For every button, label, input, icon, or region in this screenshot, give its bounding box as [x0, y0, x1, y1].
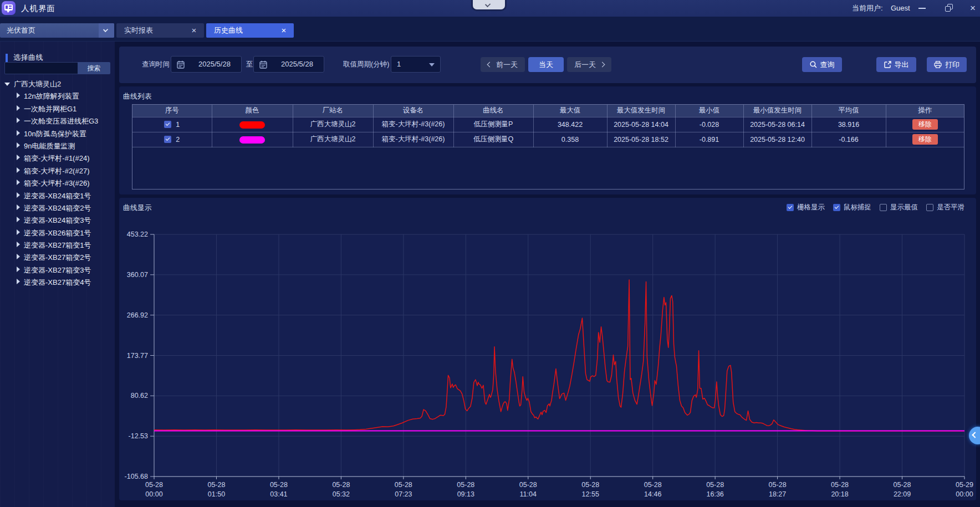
period-value: 1 [397, 57, 401, 72]
tree-collapsed-icon[interactable] [17, 204, 20, 210]
tab-pv-home[interactable]: 光伏首页 [0, 23, 114, 38]
close-button[interactable]: × [964, 0, 980, 17]
tree-item[interactable]: 12n故障解列装置 [0, 90, 115, 103]
tree-collapsed-icon[interactable] [17, 117, 20, 123]
tree-collapsed-icon[interactable] [17, 217, 20, 222]
tree-item[interactable]: 10n防孤岛保护装置 [0, 128, 115, 140]
tree-collapsed-icon[interactable] [17, 130, 20, 136]
tree-collapsed-icon[interactable] [17, 192, 20, 198]
export-button[interactable]: 导出 [876, 57, 916, 72]
tree-item[interactable]: 逆变器-XB27箱变3号 [0, 264, 115, 276]
y-tick-label: -12.53 [129, 432, 148, 440]
row-checkbox-checked[interactable] [164, 136, 171, 143]
app-logo-icon [2, 1, 16, 15]
x-tick-time: 05:32 [333, 490, 350, 498]
table-row: 1广西大塘灵山2箱变-大坪村-#3(#26)低压侧测量P348.4222025-… [132, 117, 964, 132]
row-checkbox-checked[interactable] [164, 121, 171, 128]
table-row: 2广西大塘灵山2箱变-大坪村-#3(#26)低压侧测量Q0.3582025-05… [132, 132, 964, 147]
column-header: 操作 [886, 105, 964, 117]
tree-item[interactable]: 逆变器-XB27箱变2号 [0, 252, 115, 264]
tab-realtime-report[interactable]: 实时报表 × [116, 23, 204, 38]
column-header: 曲线名 [453, 105, 533, 117]
tree-item[interactable]: 逆变器-XB27箱变1号 [0, 239, 115, 252]
column-header: 设备名 [373, 105, 453, 117]
curve-color-pill[interactable] [239, 121, 265, 129]
tree-item[interactable]: 箱变-大坪村-#3(#26) [0, 177, 115, 190]
tab-history-curve[interactable]: 历史曲线 × [206, 23, 294, 38]
tree-item[interactable]: 箱变-大坪村-#1(#24) [0, 152, 115, 165]
today-button[interactable]: 当天 [528, 57, 564, 72]
date-from-input[interactable]: 2025/5/28 [171, 56, 242, 73]
cell-color [212, 117, 293, 132]
tree-item[interactable]: 逆变器-XB24箱变1号 [0, 190, 115, 202]
tree-collapsed-icon[interactable] [17, 167, 20, 173]
tree-item[interactable]: 9n电能质量监测 [0, 140, 115, 152]
date-to-input[interactable]: 2025/5/28 [253, 56, 324, 73]
query-panel: 查询时间 2025/5/28 至 2025/5/28 取值周期(分钟) 1 前 [119, 47, 976, 83]
top-pulldown-handle[interactable] [473, 0, 505, 9]
chevron-left-icon [487, 62, 493, 68]
date-to-label: 至 [246, 56, 253, 73]
cell-device: 箱变-大坪村-#3(#26) [373, 132, 453, 147]
cell-actions: 移除 [886, 117, 964, 132]
search-input[interactable] [4, 62, 78, 74]
current-user: 当前用户: Guest [852, 0, 883, 17]
row-index: 1 [176, 121, 180, 129]
cell-index: 2 [132, 132, 212, 147]
x-tick-date: 05-28 [332, 481, 350, 489]
x-tick-date: 05-28 [270, 481, 288, 489]
query-time-label: 查询时间 [142, 56, 170, 73]
tree-item[interactable]: 一次舱并网柜G1 [0, 103, 115, 115]
calendar-icon [177, 60, 185, 69]
remove-button[interactable]: 移除 [912, 134, 938, 145]
print-button[interactable]: 打印 [927, 57, 967, 72]
x-tick-date: 05-28 [894, 481, 911, 489]
tree-item[interactable]: 广西大塘灵山2 [0, 78, 115, 90]
tree-item[interactable]: 逆变器-XB24箱变2号 [0, 202, 115, 214]
chevron-down-icon [103, 27, 108, 32]
tree-collapsed-icon[interactable] [17, 93, 20, 98]
tree-item[interactable]: 箱变-大坪村-#2(#27) [0, 165, 115, 177]
curve-chart[interactable]: 453.22360.07266.92173.7780.62-12.53-105.… [119, 198, 976, 500]
tab-close-icon[interactable]: × [278, 23, 289, 38]
column-header: 最小值 [675, 105, 743, 117]
x-tick-date: 05-28 [395, 481, 412, 489]
tree-collapsed-icon[interactable] [17, 155, 20, 160]
cell-min-time: 2025-05-28 12:40 [743, 132, 811, 147]
tree-item[interactable]: 逆变器-XB24箱变3号 [0, 214, 115, 227]
tree-collapsed-icon[interactable] [17, 254, 20, 259]
tree-item[interactable]: 逆变器-XB27箱变4号 [0, 276, 115, 289]
period-select[interactable]: 1 [391, 56, 441, 73]
tree-collapsed-icon[interactable] [17, 267, 20, 272]
tree-item[interactable]: 一次舱变压器进线柜G3 [0, 115, 115, 127]
x-tick-time: 20:18 [831, 490, 848, 498]
remove-button[interactable]: 移除 [912, 119, 938, 130]
curve-table-header: 序号颜色厂站名设备名曲线名最大值最大值发生时间最小值最小值发生时间平均值操作 [132, 105, 964, 117]
x-tick-time: 00:00 [956, 490, 973, 498]
x-tick-time: 18:27 [769, 490, 786, 498]
prev-day-button[interactable]: 前一天 [481, 57, 525, 72]
tab-realtime-report-label: 实时报表 [124, 23, 153, 38]
tree-item-label: 广西大塘灵山2 [14, 80, 61, 88]
tree-collapsed-icon[interactable] [17, 105, 20, 111]
tree-collapsed-icon[interactable] [17, 180, 20, 185]
tree-expanded-icon[interactable] [4, 83, 10, 86]
tree-collapsed-icon[interactable] [17, 142, 20, 148]
search-button[interactable]: 搜索 [78, 62, 110, 74]
tree-item[interactable]: 逆变器-XB26箱变1号 [0, 227, 115, 239]
next-day-button[interactable]: 后一天 [567, 57, 611, 72]
restore-button[interactable] [941, 0, 957, 17]
window-title-bar: 人机界面 当前用户: Guest × [0, 0, 980, 17]
tree-collapsed-icon[interactable] [17, 242, 20, 247]
tab-dropdown-button[interactable] [99, 23, 114, 38]
column-header: 厂站名 [293, 105, 373, 117]
cell-station: 广西大塘灵山2 [293, 117, 373, 132]
query-button[interactable]: 查询 [802, 57, 842, 72]
tab-close-icon[interactable]: × [188, 23, 200, 38]
tree-collapsed-icon[interactable] [17, 279, 20, 284]
minimize-button[interactable] [914, 0, 931, 17]
tree-collapsed-icon[interactable] [17, 229, 20, 235]
curve-color-pill[interactable] [239, 136, 265, 144]
curve-list-panel: 曲线列表 序号颜色厂站名设备名曲线名最大值最大值发生时间最小值最小值发生时间平均… [119, 86, 976, 194]
x-tick-time: 09:13 [457, 490, 474, 498]
